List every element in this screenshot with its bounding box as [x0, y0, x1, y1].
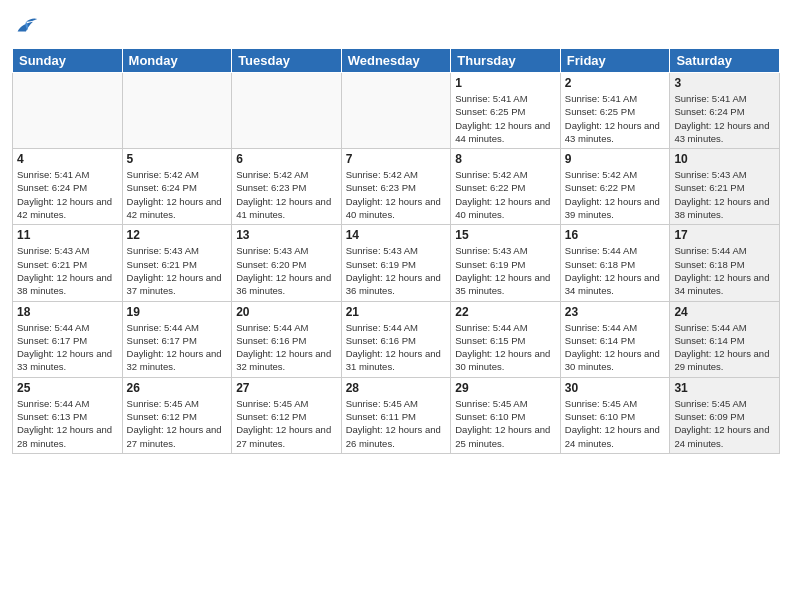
- day-number: 5: [127, 152, 228, 166]
- day-info: Sunrise: 5:43 AM Sunset: 6:21 PM Dayligh…: [674, 168, 775, 221]
- day-number: 21: [346, 305, 447, 319]
- weekday-header-wednesday: Wednesday: [341, 49, 451, 73]
- day-number: 15: [455, 228, 556, 242]
- weekday-header-saturday: Saturday: [670, 49, 780, 73]
- day-info: Sunrise: 5:45 AM Sunset: 6:10 PM Dayligh…: [565, 397, 666, 450]
- week-row-0: 1Sunrise: 5:41 AM Sunset: 6:25 PM Daylig…: [13, 73, 780, 149]
- day-number: 7: [346, 152, 447, 166]
- day-info: Sunrise: 5:44 AM Sunset: 6:17 PM Dayligh…: [17, 321, 118, 374]
- day-number: 3: [674, 76, 775, 90]
- day-info: Sunrise: 5:45 AM Sunset: 6:12 PM Dayligh…: [236, 397, 337, 450]
- day-info: Sunrise: 5:44 AM Sunset: 6:15 PM Dayligh…: [455, 321, 556, 374]
- day-info: Sunrise: 5:44 AM Sunset: 6:18 PM Dayligh…: [674, 244, 775, 297]
- logo-icon: [12, 12, 40, 40]
- day-number: 25: [17, 381, 118, 395]
- day-number: 6: [236, 152, 337, 166]
- day-cell: 31Sunrise: 5:45 AM Sunset: 6:09 PM Dayli…: [670, 377, 780, 453]
- day-info: Sunrise: 5:45 AM Sunset: 6:11 PM Dayligh…: [346, 397, 447, 450]
- day-number: 28: [346, 381, 447, 395]
- week-row-3: 18Sunrise: 5:44 AM Sunset: 6:17 PM Dayli…: [13, 301, 780, 377]
- week-row-2: 11Sunrise: 5:43 AM Sunset: 6:21 PM Dayli…: [13, 225, 780, 301]
- day-number: 17: [674, 228, 775, 242]
- calendar: SundayMondayTuesdayWednesdayThursdayFrid…: [12, 48, 780, 454]
- weekday-header-thursday: Thursday: [451, 49, 561, 73]
- day-number: 9: [565, 152, 666, 166]
- day-cell: 20Sunrise: 5:44 AM Sunset: 6:16 PM Dayli…: [232, 301, 342, 377]
- day-cell: 19Sunrise: 5:44 AM Sunset: 6:17 PM Dayli…: [122, 301, 232, 377]
- day-cell: [122, 73, 232, 149]
- day-number: 27: [236, 381, 337, 395]
- day-info: Sunrise: 5:44 AM Sunset: 6:14 PM Dayligh…: [674, 321, 775, 374]
- day-cell: 29Sunrise: 5:45 AM Sunset: 6:10 PM Dayli…: [451, 377, 561, 453]
- day-info: Sunrise: 5:44 AM Sunset: 6:16 PM Dayligh…: [346, 321, 447, 374]
- day-number: 18: [17, 305, 118, 319]
- day-cell: 10Sunrise: 5:43 AM Sunset: 6:21 PM Dayli…: [670, 149, 780, 225]
- day-cell: 26Sunrise: 5:45 AM Sunset: 6:12 PM Dayli…: [122, 377, 232, 453]
- week-row-1: 4Sunrise: 5:41 AM Sunset: 6:24 PM Daylig…: [13, 149, 780, 225]
- day-number: 16: [565, 228, 666, 242]
- day-info: Sunrise: 5:45 AM Sunset: 6:09 PM Dayligh…: [674, 397, 775, 450]
- day-info: Sunrise: 5:42 AM Sunset: 6:24 PM Dayligh…: [127, 168, 228, 221]
- week-row-4: 25Sunrise: 5:44 AM Sunset: 6:13 PM Dayli…: [13, 377, 780, 453]
- day-cell: 24Sunrise: 5:44 AM Sunset: 6:14 PM Dayli…: [670, 301, 780, 377]
- day-cell: 28Sunrise: 5:45 AM Sunset: 6:11 PM Dayli…: [341, 377, 451, 453]
- day-info: Sunrise: 5:41 AM Sunset: 6:25 PM Dayligh…: [455, 92, 556, 145]
- day-number: 22: [455, 305, 556, 319]
- day-number: 13: [236, 228, 337, 242]
- day-info: Sunrise: 5:43 AM Sunset: 6:20 PM Dayligh…: [236, 244, 337, 297]
- day-cell: 3Sunrise: 5:41 AM Sunset: 6:24 PM Daylig…: [670, 73, 780, 149]
- day-info: Sunrise: 5:42 AM Sunset: 6:22 PM Dayligh…: [455, 168, 556, 221]
- day-cell: 23Sunrise: 5:44 AM Sunset: 6:14 PM Dayli…: [560, 301, 670, 377]
- weekday-header-sunday: Sunday: [13, 49, 123, 73]
- day-cell: 18Sunrise: 5:44 AM Sunset: 6:17 PM Dayli…: [13, 301, 123, 377]
- day-info: Sunrise: 5:44 AM Sunset: 6:14 PM Dayligh…: [565, 321, 666, 374]
- day-cell: 12Sunrise: 5:43 AM Sunset: 6:21 PM Dayli…: [122, 225, 232, 301]
- weekday-header-friday: Friday: [560, 49, 670, 73]
- day-cell: 2Sunrise: 5:41 AM Sunset: 6:25 PM Daylig…: [560, 73, 670, 149]
- day-number: 10: [674, 152, 775, 166]
- day-info: Sunrise: 5:43 AM Sunset: 6:21 PM Dayligh…: [127, 244, 228, 297]
- day-number: 23: [565, 305, 666, 319]
- day-cell: 21Sunrise: 5:44 AM Sunset: 6:16 PM Dayli…: [341, 301, 451, 377]
- day-cell: 7Sunrise: 5:42 AM Sunset: 6:23 PM Daylig…: [341, 149, 451, 225]
- day-cell: 25Sunrise: 5:44 AM Sunset: 6:13 PM Dayli…: [13, 377, 123, 453]
- day-info: Sunrise: 5:42 AM Sunset: 6:22 PM Dayligh…: [565, 168, 666, 221]
- day-info: Sunrise: 5:41 AM Sunset: 6:25 PM Dayligh…: [565, 92, 666, 145]
- day-info: Sunrise: 5:42 AM Sunset: 6:23 PM Dayligh…: [346, 168, 447, 221]
- header: [12, 12, 780, 40]
- weekday-header-monday: Monday: [122, 49, 232, 73]
- day-number: 24: [674, 305, 775, 319]
- day-number: 8: [455, 152, 556, 166]
- day-info: Sunrise: 5:41 AM Sunset: 6:24 PM Dayligh…: [17, 168, 118, 221]
- day-cell: 16Sunrise: 5:44 AM Sunset: 6:18 PM Dayli…: [560, 225, 670, 301]
- day-info: Sunrise: 5:45 AM Sunset: 6:10 PM Dayligh…: [455, 397, 556, 450]
- day-cell: 15Sunrise: 5:43 AM Sunset: 6:19 PM Dayli…: [451, 225, 561, 301]
- day-number: 12: [127, 228, 228, 242]
- day-cell: [13, 73, 123, 149]
- day-cell: 22Sunrise: 5:44 AM Sunset: 6:15 PM Dayli…: [451, 301, 561, 377]
- weekday-header-tuesday: Tuesday: [232, 49, 342, 73]
- day-info: Sunrise: 5:43 AM Sunset: 6:19 PM Dayligh…: [455, 244, 556, 297]
- day-number: 30: [565, 381, 666, 395]
- day-cell: 9Sunrise: 5:42 AM Sunset: 6:22 PM Daylig…: [560, 149, 670, 225]
- day-info: Sunrise: 5:43 AM Sunset: 6:19 PM Dayligh…: [346, 244, 447, 297]
- day-info: Sunrise: 5:44 AM Sunset: 6:17 PM Dayligh…: [127, 321, 228, 374]
- day-number: 4: [17, 152, 118, 166]
- day-cell: 17Sunrise: 5:44 AM Sunset: 6:18 PM Dayli…: [670, 225, 780, 301]
- day-info: Sunrise: 5:44 AM Sunset: 6:18 PM Dayligh…: [565, 244, 666, 297]
- day-number: 29: [455, 381, 556, 395]
- day-cell: 4Sunrise: 5:41 AM Sunset: 6:24 PM Daylig…: [13, 149, 123, 225]
- day-number: 14: [346, 228, 447, 242]
- day-cell: [341, 73, 451, 149]
- day-number: 11: [17, 228, 118, 242]
- day-cell: 6Sunrise: 5:42 AM Sunset: 6:23 PM Daylig…: [232, 149, 342, 225]
- day-cell: 1Sunrise: 5:41 AM Sunset: 6:25 PM Daylig…: [451, 73, 561, 149]
- day-info: Sunrise: 5:42 AM Sunset: 6:23 PM Dayligh…: [236, 168, 337, 221]
- day-info: Sunrise: 5:41 AM Sunset: 6:24 PM Dayligh…: [674, 92, 775, 145]
- day-info: Sunrise: 5:44 AM Sunset: 6:13 PM Dayligh…: [17, 397, 118, 450]
- day-cell: 30Sunrise: 5:45 AM Sunset: 6:10 PM Dayli…: [560, 377, 670, 453]
- logo: [12, 12, 42, 40]
- page: SundayMondayTuesdayWednesdayThursdayFrid…: [0, 0, 792, 612]
- day-info: Sunrise: 5:43 AM Sunset: 6:21 PM Dayligh…: [17, 244, 118, 297]
- weekday-header-row: SundayMondayTuesdayWednesdayThursdayFrid…: [13, 49, 780, 73]
